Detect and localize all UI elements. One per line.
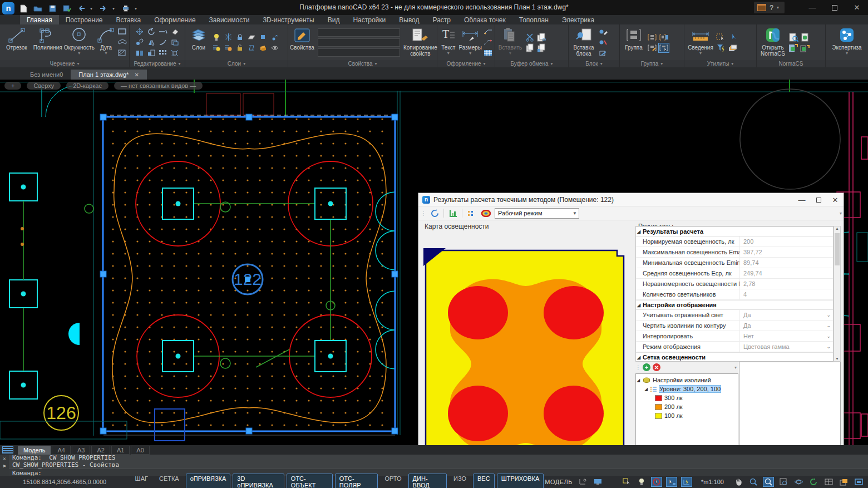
isoline-tree[interactable]: ◢ Настройки изолиний ◢ Уровни: 300, 200,…	[635, 373, 738, 445]
results-scrollbar[interactable]: ▲ ▼	[834, 226, 841, 362]
legend-item[interactable]: 100 лк	[636, 411, 738, 420]
layout-tab-A2[interactable]: A2	[91, 446, 110, 455]
new-file-icon[interactable]	[18, 3, 29, 13]
tree-levels-node[interactable]: ◢ Уровни: 300, 200, 100	[636, 385, 738, 393]
scale-icon[interactable]	[146, 48, 156, 57]
group-manager-icon[interactable]	[659, 33, 669, 42]
table-row[interactable]: Нормируемая освещенность, лк200	[636, 236, 833, 247]
ribbon-tab-10[interactable]: Облака точек	[457, 15, 512, 24]
erase-icon[interactable]	[170, 27, 180, 36]
ungroup-icon[interactable]	[647, 43, 657, 52]
toggle-оПРИВЯЗКА[interactable]: оПРИВЯЗКА	[186, 474, 231, 488]
block-attr-icon[interactable]	[598, 38, 608, 47]
results-table[interactable]: ◢Результаты расчетаНормируемая освещенно…	[635, 226, 834, 362]
dialog-minimize-button[interactable]: —	[793, 194, 810, 205]
layout-tab-A1[interactable]: A1	[111, 446, 130, 455]
table-row[interactable]: ИнтерполироватьНет⌄	[636, 331, 833, 342]
paste-special-icon[interactable]	[536, 43, 546, 52]
toolbox-icon[interactable]	[757, 4, 766, 11]
table-group-header[interactable]: ◢Сетка освещенности	[636, 352, 833, 362]
layout-tab-A3[interactable]: A3	[72, 446, 90, 455]
group-caption-utility[interactable]: Утилиты▾	[684, 60, 756, 67]
layout-tab-Модель[interactable]: Модель	[18, 446, 51, 455]
layer-off-icon[interactable]	[211, 43, 221, 52]
selection-preview-icon[interactable]	[622, 477, 632, 486]
rectangle-tool-icon[interactable]	[117, 27, 127, 36]
toggle-ДИН-ВВОД[interactable]: ДИН-ВВОД	[408, 474, 447, 488]
help-dropdown-icon[interactable]: ▾	[777, 5, 781, 10]
layout-tab-A0[interactable]: A0	[131, 446, 149, 455]
viewport-pill-2[interactable]: 2D-каркас	[66, 82, 108, 90]
dropdown-chevron-icon[interactable]: ⌄	[826, 344, 833, 349]
group-button[interactable]: Группа	[622, 26, 646, 59]
dialog-title-bar[interactable]: n Результаты расчета точечным методом (П…	[418, 193, 844, 206]
group-select-icon[interactable]	[659, 43, 669, 52]
table-row[interactable]: Режим отображенияЦветовая гамма⌄	[636, 342, 833, 352]
hatch-tool-icon[interactable]	[117, 48, 127, 57]
copy-icon[interactable]	[525, 43, 535, 52]
toggle-СЕТКА[interactable]: СЕТКА	[155, 474, 184, 488]
zoom-in-icon[interactable]	[748, 477, 758, 486]
table-row[interactable]: Чертить изолинии по контуруДа⌄	[636, 321, 833, 331]
layer-match-icon[interactable]	[270, 33, 280, 42]
recalculate-icon[interactable]	[429, 208, 440, 218]
layer-current-icon[interactable]	[258, 33, 268, 42]
normacs-find-icon[interactable]	[788, 33, 798, 42]
quick-select-icon[interactable]	[716, 33, 726, 42]
dialog-close-button[interactable]: ✕	[827, 194, 844, 205]
dropdown-chevron-icon[interactable]: ⌄	[826, 323, 833, 328]
remove-level-button[interactable]: ✕	[653, 363, 660, 371]
group-bounds-icon[interactable]	[647, 33, 657, 42]
chart-icon[interactable]	[447, 208, 458, 218]
toggle-ШАГ[interactable]: ШАГ	[131, 474, 152, 488]
layer-on-icon[interactable]	[211, 33, 221, 42]
group-caption-redaktirovanie[interactable]: Редактирование▾	[130, 60, 185, 67]
layer-walk-icon[interactable]	[258, 43, 268, 52]
insert-block-button[interactable]: Вставка блока	[570, 26, 597, 59]
open-normacs-button[interactable]: Открыть NormaCS	[758, 26, 787, 59]
points-mode-icon[interactable]	[466, 208, 477, 218]
mode-combobox[interactable]: Рабочий режим▼	[495, 208, 579, 219]
save-icon[interactable]	[47, 3, 58, 13]
layers-button[interactable]: Слои	[187, 26, 210, 59]
command-pin-icon[interactable]: ⚑	[3, 464, 6, 469]
filter-icon[interactable]	[716, 43, 726, 52]
cursor-disable-icon[interactable]	[652, 477, 662, 486]
paste-button[interactable]: Вставить▾	[497, 26, 524, 59]
legend-item[interactable]: 200 лк	[636, 402, 738, 411]
group-caption-oformlenie[interactable]: Оформление▾	[437, 60, 495, 67]
toolbar-overflow-icon[interactable]: ▾	[840, 211, 842, 216]
table-row[interactable]: Максимальная освещенность Emax,...397,72	[636, 247, 833, 258]
command-line[interactable]: ✕ ⚑ Команда: _CW_SHOW_PROPERTIESCW_SHOW_…	[0, 455, 868, 476]
ribbon-tab-9[interactable]: Растр	[426, 15, 457, 24]
layer-plot-icon[interactable]	[246, 33, 257, 42]
dropdown-chevron-icon[interactable]: ⌄	[826, 333, 833, 339]
polyline-tool-button[interactable]: Полилиния	[33, 26, 63, 59]
help-button[interactable]: ?	[770, 4, 773, 12]
toggle-ВЕС[interactable]: ВЕС	[473, 474, 495, 488]
maximize-button[interactable]	[823, 0, 846, 15]
copy-with-basepoint-icon[interactable]	[536, 33, 546, 42]
print-icon[interactable]	[120, 3, 131, 13]
toggle-ОТС-ОБЪЕКТ[interactable]: ОТС-ОБЪЕКТ	[287, 474, 333, 488]
group-caption-cherchenie[interactable]: Черчение▾	[0, 60, 129, 67]
zoom-window-icon[interactable]	[763, 477, 773, 486]
group-caption-bufer[interactable]: Буфер обмена▾	[495, 60, 568, 67]
annotation-monitor-icon[interactable]	[593, 477, 603, 486]
text-button[interactable]: T Текст▾	[439, 26, 457, 59]
group-caption-gruppa[interactable]: Группа▾	[620, 60, 684, 67]
group-caption-normacs[interactable]: NormaCS	[757, 60, 825, 67]
regen-icon[interactable]	[808, 477, 818, 486]
layer-thaw-icon[interactable]	[223, 43, 233, 52]
table-row[interactable]: Неравномерность освещенности Ес...2,78	[636, 279, 833, 289]
layer-isolate-icon[interactable]	[246, 43, 257, 52]
ribbon-tab-0[interactable]: Главная	[20, 15, 59, 24]
group-caption-blok[interactable]: Блок▾	[569, 60, 619, 67]
dialog-maximize-button[interactable]	[810, 194, 827, 205]
normacs-export-icon[interactable]	[800, 43, 810, 52]
ribbon-tab-11[interactable]: Топоплан	[512, 15, 555, 24]
ribbon-tab-3[interactable]: Оформление	[147, 15, 202, 24]
table-group-header[interactable]: ◢Настройки отображения	[636, 300, 833, 310]
fillet-icon[interactable]	[158, 38, 168, 47]
table-row[interactable]: Минимальная освещенность Emin, лк89,74	[636, 258, 833, 268]
